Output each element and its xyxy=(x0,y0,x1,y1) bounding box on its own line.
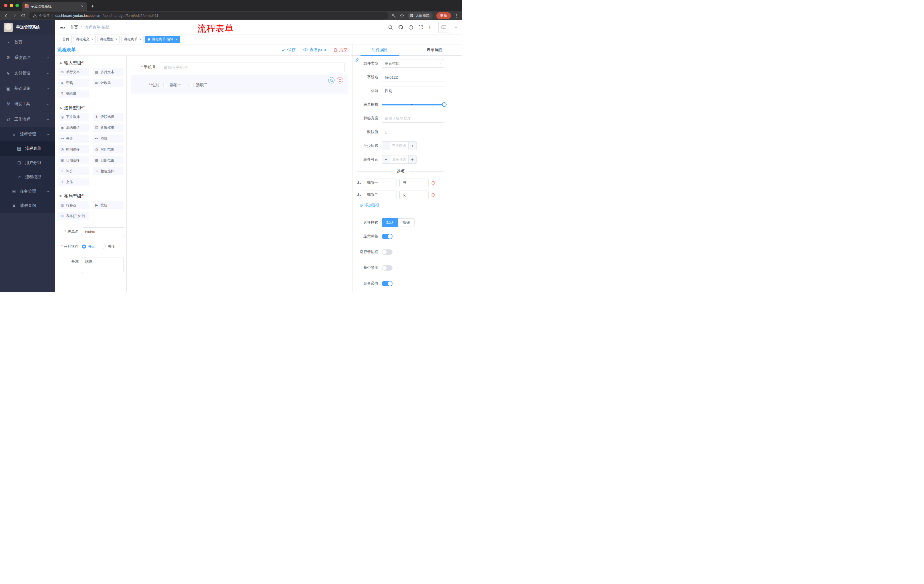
security-label[interactable]: 不安全 xyxy=(39,13,50,18)
palette-item-date-picker[interactable]: ▦日期选择 xyxy=(58,156,89,164)
reload-icon[interactable] xyxy=(21,13,25,18)
view-json-button[interactable]: 查看json xyxy=(303,47,326,53)
browser-tab[interactable]: 芋道管理系统 × xyxy=(22,2,87,11)
decrease-icon[interactable]: − xyxy=(382,142,390,150)
palette-item-text-input[interactable]: ▭单行文本 xyxy=(58,68,89,76)
github-icon[interactable] xyxy=(398,25,403,30)
sidebar-item-payment-management[interactable]: ¥ 支付管理 xyxy=(0,66,55,81)
tag-close-icon[interactable]: × xyxy=(115,38,117,41)
palette-item-radio-group[interactable]: ◉单选框组 xyxy=(58,124,89,132)
sidebar-item-process-model[interactable]: ↗ 流程模型 xyxy=(0,170,55,184)
slider-handle[interactable] xyxy=(442,102,447,107)
password-key-icon[interactable] xyxy=(392,13,396,18)
search-icon[interactable] xyxy=(388,25,393,30)
sidebar-item-task-management[interactable]: ⊟ 任务管理 xyxy=(0,184,55,199)
border-switch[interactable] xyxy=(382,249,393,255)
sidebar-item-process-form[interactable]: ▤ 流程表单 xyxy=(0,141,55,156)
window-minimize-button[interactable] xyxy=(10,4,13,7)
clear-button[interactable]: 清空 xyxy=(333,47,348,53)
increase-icon[interactable]: + xyxy=(408,142,416,150)
copy-item-button[interactable] xyxy=(328,77,335,84)
palette-item-cascader[interactable]: ⋔级联选择 xyxy=(92,113,124,121)
palette-item-checkbox-group[interactable]: ☑多选框组 xyxy=(92,124,124,132)
user-avatar[interactable] xyxy=(438,22,449,33)
form-grid-slider[interactable] xyxy=(382,100,444,109)
add-option-button[interactable]: ⊕ 添加选项 xyxy=(360,202,444,208)
forward-icon[interactable] xyxy=(12,13,17,18)
palette-item-time-picker[interactable]: ◷时间选择 xyxy=(58,145,89,153)
sidebar-item-system-management[interactable]: ⚙ 系统管理 xyxy=(0,50,55,66)
status-on-radio[interactable]: 开启 xyxy=(82,244,96,249)
palette-item-password[interactable]: ◈密码 xyxy=(58,79,89,87)
sidebar-collapse-icon[interactable] xyxy=(60,25,66,30)
incognito-badge[interactable]: 无痕模式 xyxy=(408,12,433,20)
option1-label-input[interactable] xyxy=(364,179,397,187)
option2-value-input[interactable] xyxy=(399,191,429,199)
sidebar-item-process-management[interactable]: ≡ 流程管理 xyxy=(0,127,55,141)
palette-item-rate[interactable]: ☆评分 xyxy=(58,167,89,175)
drag-handle-icon[interactable] xyxy=(357,193,361,197)
sidebar-item-home[interactable]: ◔ 首页 xyxy=(0,35,55,50)
slider-track[interactable] xyxy=(382,104,444,105)
palette-item-counter[interactable]: 123计数器 xyxy=(92,79,124,87)
back-icon[interactable] xyxy=(3,13,8,18)
browser-menu-icon[interactable]: ⋮ xyxy=(454,13,459,18)
tag-process-form-edit[interactable]: 流程表单-编辑 × xyxy=(145,36,180,43)
gender-option2-checkbox[interactable]: 选项二 xyxy=(190,82,208,88)
decrease-icon[interactable]: − xyxy=(382,155,390,163)
field-name-input[interactable] xyxy=(382,73,444,81)
palette-item-color-picker[interactable]: ◑颜色选择 xyxy=(92,167,124,175)
tab-component-properties[interactable]: 组件属性 xyxy=(353,44,408,56)
sidebar-item-infrastructure[interactable]: ▣ 基础设施 xyxy=(0,81,55,96)
font-size-icon[interactable]: TT xyxy=(428,25,433,30)
palette-item-upload[interactable]: ↥上传 xyxy=(58,178,89,186)
palette-item-switch[interactable]: ⊶开关 xyxy=(58,135,89,143)
app-logo[interactable]: 芋道管理系统 xyxy=(0,20,55,35)
sidebar-item-user-group[interactable]: ⊡ 用户分组 xyxy=(0,156,55,170)
label-width-input[interactable] xyxy=(382,114,444,123)
palette-item-date-range[interactable]: ▩日期范围 xyxy=(92,156,124,164)
option2-label-input[interactable] xyxy=(364,191,397,199)
delete-item-button[interactable] xyxy=(337,77,343,84)
window-zoom-button[interactable] xyxy=(15,4,19,7)
disabled-switch[interactable] xyxy=(382,265,393,271)
title-input[interactable] xyxy=(382,87,444,95)
tag-process-definition[interactable]: 流程定义 × xyxy=(73,36,96,43)
tag-close-icon[interactable]: × xyxy=(139,38,141,41)
palette-item-editor[interactable]: ¶编辑器 xyxy=(58,90,89,98)
palette-item-select[interactable]: ◎下拉选择 xyxy=(58,113,89,121)
increase-icon[interactable]: + xyxy=(408,155,416,163)
palette-item-textarea[interactable]: ▤多行文本 xyxy=(92,68,124,76)
phone-field-input[interactable] xyxy=(160,63,345,72)
phone-field-row[interactable]: 手机号 xyxy=(130,63,348,72)
tab-form-properties[interactable]: 表单属性 xyxy=(408,44,462,56)
tag-close-icon[interactable]: × xyxy=(91,38,93,41)
tag-process-form[interactable]: 流程表单 × xyxy=(121,36,144,43)
fullscreen-icon[interactable] xyxy=(418,25,423,30)
palette-item-table[interactable]: ⊞表格[开发中] xyxy=(58,212,89,220)
status-off-radio[interactable]: 关闭 xyxy=(102,244,115,249)
remove-option-icon[interactable]: ⊖ xyxy=(431,180,436,186)
gender-option1-checkbox[interactable]: 选项一 xyxy=(163,82,182,88)
gender-field-item-selected[interactable]: 性别 选项一 选项二 xyxy=(130,75,348,94)
sidebar-item-workflow[interactable]: ⇄ 工作流程 xyxy=(0,112,55,127)
palette-item-slider[interactable]: ⊷滑块 xyxy=(92,135,124,143)
user-menu-caret-icon[interactable] xyxy=(454,26,457,29)
style-button-button[interactable]: 按钮 xyxy=(398,218,414,227)
form-name-input[interactable] xyxy=(82,227,125,236)
sidebar-item-dev-tools[interactable]: ⚒ 研发工具 xyxy=(0,96,55,112)
tag-process-model[interactable]: 流程模型 × xyxy=(97,36,120,43)
sidebar-item-leave-query[interactable]: ♟ 请假查询 xyxy=(0,199,55,213)
tag-home[interactable]: 首页 xyxy=(60,36,72,43)
tab-close-icon[interactable]: × xyxy=(81,4,84,8)
default-value-input[interactable] xyxy=(382,128,444,136)
window-close-button[interactable] xyxy=(4,4,7,7)
help-icon[interactable]: ? xyxy=(408,25,413,30)
remove-option-icon[interactable]: ⊖ xyxy=(431,192,436,197)
link-icon[interactable] xyxy=(354,58,359,63)
bookmark-star-icon[interactable] xyxy=(400,13,404,18)
palette-item-button[interactable]: ▶按钮 xyxy=(92,201,124,209)
required-switch[interactable] xyxy=(382,281,393,286)
min-select-input[interactable]: 至少应选 xyxy=(390,142,408,150)
save-button[interactable]: 保存 xyxy=(281,47,295,53)
